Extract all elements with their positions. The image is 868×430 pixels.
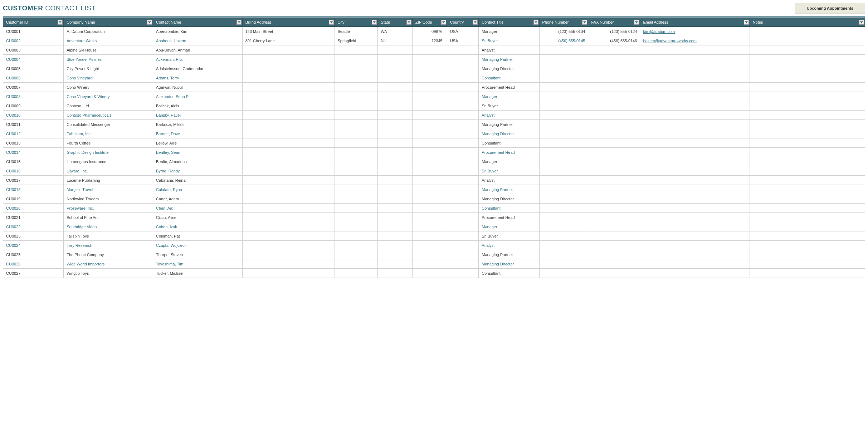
column-header[interactable]: City <box>335 18 378 27</box>
cell-title[interactable]: Consultant <box>479 73 539 83</box>
cell-fax[interactable] <box>588 157 640 166</box>
cell-phone[interactable] <box>539 129 588 138</box>
table-row[interactable]: CU0007Coho WineryAgarwal, NupurProcureme… <box>3 83 865 92</box>
table-row[interactable]: CU0023Tailspin ToysColeman, PatSr. Buyer <box>3 231 865 241</box>
cell-fax[interactable] <box>588 92 640 101</box>
cell-fax[interactable] <box>588 148 640 157</box>
cell-notes[interactable] <box>750 269 865 278</box>
table-row[interactable]: CU0003Alpine Ski HouseAbu-Dayah, AhmadAn… <box>3 45 865 55</box>
filter-dropdown-icon[interactable] <box>372 20 377 25</box>
cell-billing[interactable] <box>242 101 335 111</box>
filter-dropdown-icon[interactable] <box>744 20 749 25</box>
cell-zip[interactable] <box>413 111 447 120</box>
cell-state[interactable] <box>378 120 413 129</box>
table-row[interactable]: CU0021School of Fine ArtCiccu, AliceProc… <box>3 213 865 222</box>
cell-company[interactable]: School of Fine Art <box>64 213 153 222</box>
cell-zip[interactable]: 12345 <box>413 36 447 45</box>
cell-id[interactable]: CU0013 <box>3 138 64 148</box>
table-row[interactable]: CU0002Adventure WorksAbolrous, Hazem891 … <box>3 36 865 45</box>
cell-fax[interactable] <box>588 83 640 92</box>
cell-phone[interactable] <box>539 259 588 269</box>
cell-id[interactable]: CU0006 <box>3 73 64 83</box>
cell-state[interactable] <box>378 101 413 111</box>
cell-city[interactable] <box>335 157 378 166</box>
cell-billing[interactable] <box>242 157 335 166</box>
cell-billing[interactable] <box>242 241 335 250</box>
cell-billing[interactable] <box>242 269 335 278</box>
cell-notes[interactable] <box>750 194 865 204</box>
cell-id[interactable]: CU0005 <box>3 64 64 73</box>
cell-fax[interactable] <box>588 45 640 55</box>
cell-state[interactable] <box>378 148 413 157</box>
cell-title[interactable]: Managing Partner <box>479 120 539 129</box>
cell-country[interactable] <box>447 157 479 166</box>
cell-country[interactable] <box>447 129 479 138</box>
cell-state[interactable] <box>378 213 413 222</box>
table-row[interactable]: CU0025The Phone CompanyThorpe, StevenMan… <box>3 250 865 259</box>
cell-title[interactable]: Consultant <box>479 204 539 213</box>
column-header[interactable]: Phone Number <box>539 18 588 27</box>
cell-email[interactable] <box>640 259 750 269</box>
cell-contact[interactable]: Abercrombie, Kim <box>153 27 242 36</box>
cell-zip[interactable]: 09876 <box>413 27 447 36</box>
cell-zip[interactable] <box>413 185 447 194</box>
cell-notes[interactable] <box>750 250 865 259</box>
cell-country[interactable] <box>447 204 479 213</box>
cell-zip[interactable] <box>413 101 447 111</box>
cell-id[interactable]: CU0007 <box>3 83 64 92</box>
cell-phone[interactable] <box>539 213 588 222</box>
cell-notes[interactable] <box>750 36 865 45</box>
cell-city[interactable] <box>335 250 378 259</box>
cell-notes[interactable] <box>750 166 865 176</box>
cell-billing[interactable] <box>242 138 335 148</box>
cell-email[interactable] <box>640 241 750 250</box>
cell-city[interactable] <box>335 83 378 92</box>
cell-title[interactable]: Consultant <box>479 269 539 278</box>
table-row[interactable]: CU0016Litware, Inc.Byrne, RandySr. Buyer <box>3 166 865 176</box>
cell-company[interactable]: Adventure Works <box>64 36 153 45</box>
cell-company[interactable]: Lucerne Publishing <box>64 176 153 185</box>
cell-zip[interactable] <box>413 241 447 250</box>
cell-zip[interactable] <box>413 250 447 259</box>
cell-phone[interactable] <box>539 55 588 64</box>
cell-title[interactable]: Sr. Buyer <box>479 231 539 241</box>
cell-contact[interactable]: Barnett, Dave <box>153 129 242 138</box>
cell-city[interactable] <box>335 111 378 120</box>
table-row[interactable]: CU0009Contoso, LtdBalicek, AloisSr. Buye… <box>3 101 865 111</box>
cell-email[interactable] <box>640 213 750 222</box>
cell-billing[interactable] <box>242 120 335 129</box>
cell-fax[interactable] <box>588 259 640 269</box>
cell-state[interactable] <box>378 185 413 194</box>
filter-dropdown-icon[interactable] <box>147 20 152 25</box>
cell-notes[interactable] <box>750 222 865 231</box>
cell-company[interactable]: Blue Yonder Airlines <box>64 55 153 64</box>
table-row[interactable]: CU0011Consolidated MessengerBarkóczi, Mi… <box>3 120 865 129</box>
cell-city[interactable] <box>335 129 378 138</box>
cell-fax[interactable]: (456) 555-0146 <box>588 36 640 45</box>
filter-dropdown-icon[interactable] <box>441 20 446 25</box>
cell-state[interactable]: WA <box>378 27 413 36</box>
cell-email[interactable] <box>640 194 750 204</box>
cell-city[interactable] <box>335 241 378 250</box>
cell-notes[interactable] <box>750 204 865 213</box>
filter-dropdown-icon[interactable] <box>634 20 639 25</box>
cell-fax[interactable] <box>588 166 640 176</box>
cell-city[interactable]: Seattle <box>335 27 378 36</box>
cell-fax[interactable] <box>588 185 640 194</box>
cell-fax[interactable]: (123) 555-0124 <box>588 27 640 36</box>
table-row[interactable]: CU0008Coho Vineyard & WineryAlexander, S… <box>3 92 865 101</box>
filter-dropdown-icon[interactable] <box>58 20 63 25</box>
cell-city[interactable] <box>335 176 378 185</box>
table-row[interactable]: CU0010Contoso PharmaceuticalsBansky, Pav… <box>3 111 865 120</box>
cell-zip[interactable] <box>413 83 447 92</box>
cell-phone[interactable]: (456) 555-0145 <box>539 36 588 45</box>
cell-zip[interactable] <box>413 55 447 64</box>
cell-title[interactable]: Sr. Buyer <box>479 166 539 176</box>
cell-company[interactable]: A. Datum Corporation <box>64 27 153 36</box>
cell-country[interactable] <box>447 213 479 222</box>
cell-contact[interactable]: Ciccu, Alice <box>153 213 242 222</box>
cell-city[interactable] <box>335 213 378 222</box>
cell-company[interactable]: Tailspin Toys <box>64 231 153 241</box>
cell-id[interactable]: CU0015 <box>3 157 64 166</box>
cell-email[interactable] <box>640 111 750 120</box>
